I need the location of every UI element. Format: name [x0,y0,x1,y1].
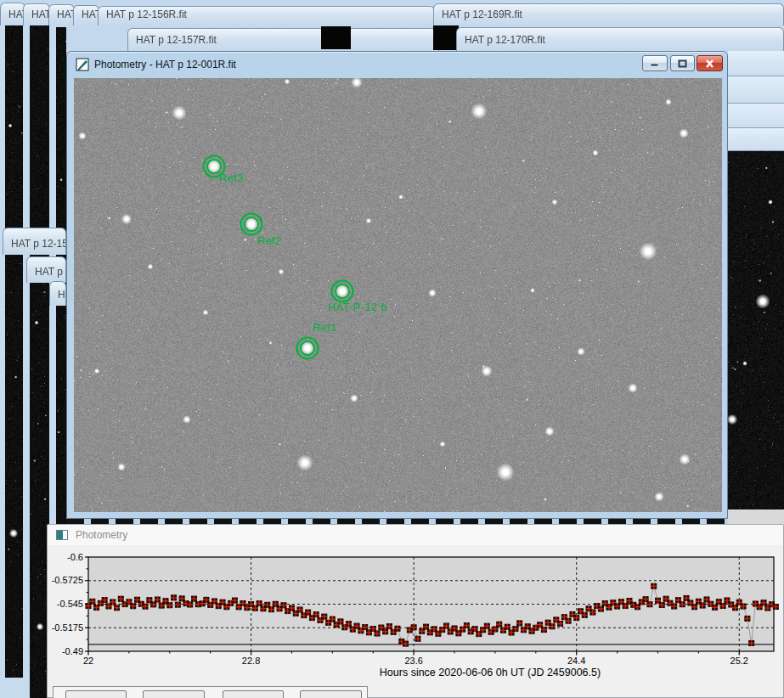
bg-window-titlebar-157R[interactable]: HAT p 12-157R.fit [127,28,439,51]
toolbar-button-3[interactable] [223,690,284,698]
y-tick-label: -0.6 [67,552,83,562]
bg-window-title: HAT p 12-169R.fit [434,8,522,25]
aperture-label: Ref3 [219,172,244,184]
aperture-annotations [74,78,722,512]
close-icon [705,59,714,68]
y-tick-label: -0.5725 [52,575,83,585]
bg-window-titlebar-170R[interactable]: HAT p 12-170R.fit [456,27,784,51]
bg-window-titlebar[interactable]: HAT [23,3,50,25]
photometry-image-window[interactable]: Photometry - HAT p 12-001R.fit Ref3Ref2H… [66,51,728,519]
bg-window-titlebar-edge[interactable] [728,104,784,128]
bg-window-title: HAT p [27,266,63,283]
y-tick-label: -0.5175 [52,622,83,633]
x-axis-title: Hours since 2020-06-06 0h UT (JD 2459006… [380,667,601,678]
bg-window-edge [728,509,784,524]
bg-window-titlebar-edge[interactable] [728,128,784,151]
bg-window-titlebar-156R[interactable]: HAT p 12-156R.fit [98,6,435,25]
bg-window-titlebar-left-a[interactable]: HAT p 12-15 [3,228,66,255]
aperture-circle [301,341,314,355]
light-curve-chart[interactable]: -0.6-0.5725-0.545-0.5175-0.492222.823.62… [48,545,784,698]
bg-window-title: HAT p 12-157R.fit [128,34,217,51]
bg-window-titlebar-169R[interactable]: HAT p 12-169R.fit [433,3,784,25]
aperture-label: Ref1 [313,321,337,334]
aperture-circle [336,284,349,298]
y-tick-label: -0.49 [62,646,83,656]
bg-window-titlebar-left-c[interactable]: H [49,281,66,306]
plot-window-title: Photometry [76,529,127,541]
aperture-circle [245,217,258,231]
aperture-label: Ref2 [257,234,282,247]
toolbar-button-2[interactable] [143,690,205,698]
aperture-label: HAT-P-12 b [328,301,387,313]
bg-window-title: HAT [24,8,50,25]
bg-window-title: HAT p 12-15 [3,238,66,255]
bg-window-title: HAT p 12-156R.fit [99,8,187,25]
bg-window-titlebar-edge[interactable] [728,76,784,104]
bg-window-title: HAT p 12-170R.fit [457,34,545,51]
photometry-window-icon [76,58,89,71]
minimize-icon [650,59,660,67]
x-tick-label: 22.8 [242,656,260,666]
bg-star-image-fragment[interactable] [321,26,351,49]
x-tick-label: 24.4 [567,656,585,666]
bg-window-titlebar[interactable]: HAT [73,5,99,25]
bg-star-image-fragment[interactable] [433,25,459,50]
toolbar-button-4[interactable] [300,690,362,698]
maximize-icon [678,59,687,68]
bg-star-image-right[interactable] [728,151,784,509]
close-button[interactable] [697,55,723,71]
y-tick-label: -0.545 [57,599,83,609]
bg-window-border [23,22,30,698]
bg-window-title: HAT [74,8,99,25]
plot-window-titlebar[interactable]: Photometry [48,525,783,545]
bg-window-title: H [50,289,65,306]
window-titlebar[interactable]: Photometry - HAT p 12-001R.fit [67,52,727,77]
x-tick-label: 25.2 [730,656,748,666]
bg-window-title: HAT [1,8,25,25]
star-field-image[interactable]: Ref3Ref2HAT-P-12 bRef1 [74,78,722,512]
bg-star-image-column[interactable] [5,24,23,678]
plot-window-icon [56,530,68,540]
bg-window-titlebar[interactable]: HAT [0,3,25,25]
maximize-button[interactable] [670,55,695,71]
desktop: HAT HAT HAT HAT HAT p 12-156R.fit HAT p … [0,0,784,698]
window-title: Photometry - HAT p 12-001R.fit [94,59,236,70]
x-tick-label: 22 [83,656,93,666]
toolbar-button-1[interactable] [65,690,127,698]
bg-window-titlebar-left-b[interactable]: HAT p [26,256,66,283]
bg-window-title: HAT [49,8,75,25]
bg-window-titlebar[interactable]: HAT [48,4,75,25]
bg-window-titlebar-edge[interactable] [728,51,784,76]
minimize-button[interactable] [642,55,668,71]
bg-window-border [0,678,23,698]
x-tick-label: 23.6 [404,656,422,666]
photometry-plot-window[interactable]: Photometry -0.6-0.5725-0.545-0.5175-0.49… [47,524,784,698]
